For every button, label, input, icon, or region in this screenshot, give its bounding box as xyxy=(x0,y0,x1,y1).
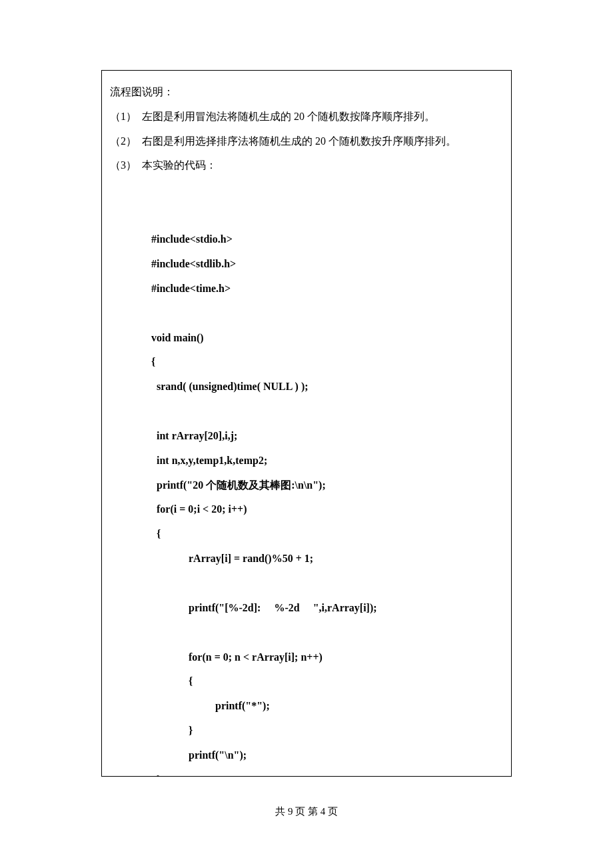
code-line: srand( (unsigned)time( NULL ) ); xyxy=(110,375,503,399)
list-item-3: （3）本实验的代码： xyxy=(110,153,503,178)
code-line: int n,x,y,temp1,k,temp2; xyxy=(110,449,503,473)
item-text: 本实验的代码： xyxy=(142,159,217,171)
code-line: printf("20 个随机数及其棒图:\n\n"); xyxy=(110,473,503,498)
spacer xyxy=(110,399,503,424)
code-line: printf("\n"); xyxy=(110,743,503,768)
item-text: 左图是利用冒泡法将随机生成的 20 个随机数按降序顺序排列。 xyxy=(142,111,435,122)
code-line: #include<time.h> xyxy=(110,277,503,301)
item-number: （2） xyxy=(110,129,142,154)
flowchart-heading: 流程图说明： xyxy=(110,80,503,105)
code-line: #include<stdlib.h> xyxy=(110,252,503,277)
code-line: } xyxy=(110,719,503,743)
item-text: 右图是利用选择排序法将随机生成的 20 个随机数按升序顺序排列。 xyxy=(142,135,456,147)
code-line: printf("*"); xyxy=(110,694,503,719)
code-line: { xyxy=(110,522,503,547)
code-line: printf("[%-2d]: %-2d ",i,rArray[i]); xyxy=(110,596,503,621)
spacer xyxy=(110,621,503,645)
code-line: for(i = 0;i < 20; i++) xyxy=(110,497,503,522)
code-line: for(n = 0; n < rArray[i]; n++) xyxy=(110,645,503,670)
document-page: 流程图说明： （1）左图是利用冒泡法将随机生成的 20 个随机数按降序顺序排列。… xyxy=(101,70,512,777)
code-line: int rArray[20],i,j; xyxy=(110,424,503,449)
list-item-1: （1）左图是利用冒泡法将随机生成的 20 个随机数按降序顺序排列。 xyxy=(110,105,503,129)
page-footer: 共 9 页 第 4 页 xyxy=(0,800,613,823)
code-line: void main() xyxy=(110,326,503,351)
spacer xyxy=(110,571,503,596)
spacer xyxy=(110,301,503,326)
list-item-2: （2）右图是利用选择排序法将随机生成的 20 个随机数按升序顺序排列。 xyxy=(110,129,503,154)
code-line: { xyxy=(110,669,503,694)
item-number: （1） xyxy=(110,105,142,129)
code-line: #include<stdio.h> xyxy=(110,227,503,252)
item-number: （3） xyxy=(110,153,142,178)
code-line: } xyxy=(110,768,503,777)
code-line: rArray[i] = rand()%50 + 1; xyxy=(110,547,503,571)
code-line: { xyxy=(110,350,503,375)
spacer xyxy=(110,178,503,227)
